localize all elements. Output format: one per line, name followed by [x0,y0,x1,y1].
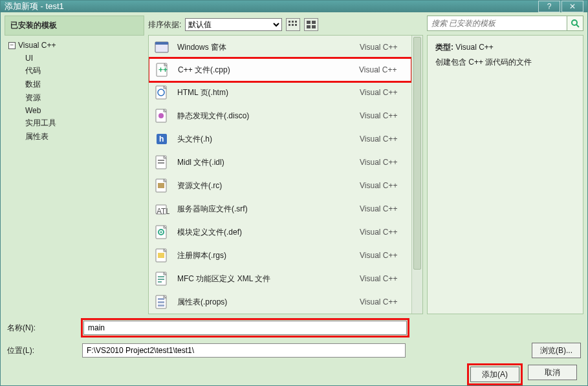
tree-item[interactable]: 代码 [25,64,140,78]
tree-item[interactable]: 属性表 [25,130,140,144]
svg-rect-21 [158,160,164,161]
search-input[interactable] [427,16,567,31]
tree-item[interactable]: 实用工具 [25,116,140,130]
file-icon [154,155,169,170]
svg-rect-2 [295,21,297,23]
help-button[interactable]: ? [538,1,560,12]
dialog-body: 已安装的模板 − Visual C++ UI代码数据资源Web实用工具属性表 排… [1,12,587,386]
top-row: 已安装的模板 − Visual C++ UI代码数据资源Web实用工具属性表 排… [5,16,583,314]
details-pane: 类型: Visual C++ 创建包含 C++ 源代码的文件 [427,16,583,314]
template-item-name: 服务器响应文件(.srf) [177,204,352,215]
file-icon [154,294,169,310]
template-item-name: 属性表(.props) [177,297,352,308]
svg-point-40 [572,20,577,25]
template-item-name: 资源文件(.rc) [177,180,352,191]
template-item[interactable]: 模块定义文件(.def)Visual C++ [149,220,411,244]
template-list-inner[interactable]: Windows 窗体Visual C++++C++ 文件(.cpp)Visual… [149,36,411,314]
file-icon [154,39,169,55]
template-item[interactable]: Midl 文件(.idl)Visual C++ [149,151,411,174]
svg-rect-4 [292,24,294,26]
template-list: Windows 窗体Visual C++++C++ 文件(.cpp)Visual… [148,35,423,314]
svg-text:ATL: ATL [157,207,169,216]
tree-item[interactable]: 资源 [25,91,140,105]
template-item[interactable]: MFC 功能区定义 XML 文件Visual C++ [149,267,411,290]
name-input[interactable] [83,321,407,335]
template-item-name: 模块定义文件(.def) [177,227,352,238]
location-input[interactable] [82,343,406,358]
svg-rect-5 [295,24,297,26]
template-item-name: 静态发现文件(.disco) [177,111,352,122]
template-item[interactable]: 注册脚本(.rgs)Visual C++ [149,244,411,267]
svg-rect-11 [155,42,168,45]
window-title: 添加新项 - test1 [5,1,537,12]
titlebar: 添加新项 - test1 ? ✕ [1,1,587,12]
tree-root[interactable]: − Visual C++ [8,41,140,50]
details-info: 类型: Visual C++ 创建包含 C++ 源代码的文件 [427,35,583,314]
collapse-icon[interactable]: − [8,42,16,49]
file-icon: ATL [154,201,169,217]
installed-templates-header: 已安装的模板 [5,16,144,36]
template-item-lang: Visual C++ [360,297,405,306]
template-item[interactable]: ATL服务器响应文件(.srf)Visual C++ [149,197,411,220]
grid-small-icon [289,21,298,28]
location-label: 位置(L): [7,345,77,356]
name-row: 名称(N): [7,319,581,336]
tree-item[interactable]: 数据 [25,78,140,91]
add-button[interactable]: 添加(A) [470,367,519,382]
view-medium-icons-button[interactable] [304,18,318,31]
template-item-lang: Visual C++ [360,158,405,167]
svg-rect-39 [158,305,164,306]
template-item[interactable]: h头文件(.h)Visual C++ [149,127,411,151]
template-item-lang: Visual C++ [360,111,405,120]
file-icon [154,85,169,100]
file-icon: ++ [155,62,170,78]
svg-rect-8 [307,25,310,28]
template-item-name: 头文件(.h) [177,134,352,145]
template-item[interactable]: ++C++ 文件(.cpp)Visual C++ [149,58,411,81]
scrollbar-thumb[interactable] [413,37,421,270]
grid-medium-icon [307,21,316,28]
template-item[interactable]: 静态发现文件(.disco)Visual C++ [149,104,411,127]
template-item-lang: Visual C++ [360,204,405,213]
svg-rect-3 [289,24,290,26]
list-toolbar: 排序依据: 默认值 [148,16,423,35]
sort-label: 排序依据: [148,19,181,30]
installed-templates-pane: 已安装的模板 − Visual C++ UI代码数据资源Web实用工具属性表 [5,16,144,314]
browse-button[interactable]: 浏览(B)... [532,343,581,358]
details-type-value: Visual C++ [455,43,493,52]
action-row: 添加(A) 取消 [7,365,581,384]
cancel-button[interactable]: 取消 [528,365,577,380]
template-item[interactable]: Windows 窗体Visual C++ [149,36,411,59]
svg-rect-1 [292,21,294,23]
sort-select[interactable]: 默认值 [185,18,282,31]
view-small-icons-button[interactable] [286,18,300,31]
svg-rect-38 [158,301,164,303]
template-item-name: MFC 功能区定义 XML 文件 [177,273,352,284]
svg-rect-33 [158,276,164,277]
file-icon [154,248,169,263]
template-item-lang: Visual C++ [359,65,404,74]
template-item-name: 注册脚本(.rgs) [177,250,352,261]
file-icon [154,224,169,240]
search-icon [571,19,580,28]
template-item-lang: Visual C++ [360,43,405,52]
close-button[interactable]: ✕ [561,1,583,12]
tree-item[interactable]: Web [25,105,140,116]
svg-text:h: h [159,134,164,144]
search-button[interactable] [567,16,583,31]
template-item-lang: Visual C++ [360,228,405,237]
svg-line-41 [576,25,579,27]
template-tree[interactable]: − Visual C++ UI代码数据资源Web实用工具属性表 [5,36,144,149]
tree-item[interactable]: UI [25,52,140,64]
svg-rect-0 [289,21,290,23]
template-item[interactable]: HTML 页(.htm)Visual C++ [149,81,411,104]
location-row: 位置(L): 浏览(B)... [7,343,581,358]
template-item[interactable]: 资源文件(.rc)Visual C++ [149,174,411,197]
template-item[interactable]: 属性表(.props)Visual C++ [149,290,411,314]
svg-rect-34 [158,279,164,280]
template-item-name: HTML 页(.htm) [177,87,352,98]
scrollbar[interactable] [411,36,422,314]
details-desc: 创建包含 C++ 源代码的文件 [435,57,575,68]
search-row [427,16,583,31]
template-item-lang: Visual C++ [360,181,405,190]
